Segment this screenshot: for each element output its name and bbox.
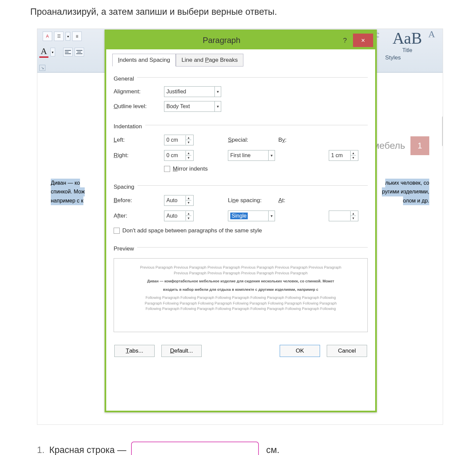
after-label: After: [114,213,164,219]
preview-line: Following Paragraph Following Paragraph … [122,306,359,312]
at-label: At: [278,197,329,204]
dont-add-space-checkbox[interactable] [114,228,120,234]
line-spacing-combo[interactable]: Single ▾ [228,211,275,221]
page-number-badge: 1 [410,136,429,155]
ok-button[interactable]: OK [280,345,320,357]
at-spin[interactable]: ▲▼ [329,211,358,221]
by-value: 1 cm [331,152,343,158]
mirror-indents-checkbox[interactable] [164,166,170,172]
after-spin[interactable]: Auto ▲▼ [164,211,194,221]
style-more[interactable]: A [427,29,437,52]
paragraph-dialog-launcher-icon[interactable]: ↘ [39,65,45,71]
line-spacing-value: Single [230,213,248,219]
preview-sample-line: входить в набор мебели для отдыха в комп… [122,287,359,292]
doc-text-fragment: ругими изделиями, [382,187,429,196]
outline-level-combo[interactable]: Body Text ▾ [164,101,221,112]
indent-right-spin[interactable]: 0 cm ▲▼ [164,150,194,161]
spinner-buttons[interactable]: ▲▼ [350,211,356,221]
chevron-down-icon: ▾ [214,87,219,97]
dialog-title: Paragraph [106,36,337,45]
tab-line-page-breaks[interactable]: Line and Page Breaks [176,54,243,66]
spinner-buttons[interactable]: ▲▼ [186,135,191,145]
before-value: Auto [166,197,177,203]
chevron-down-icon: ▾ [268,150,273,161]
before-spin[interactable]: Auto ▲▼ [164,195,194,206]
doc-text-fragment: льких человек, со [385,179,429,187]
preview-line: Previous Paragraph Previous Paragraph Pr… [122,265,359,270]
alignment-label: Alignment: [114,88,164,95]
preview-group-label: Preview [114,245,134,252]
answer-input-1[interactable] [131,442,259,455]
doc-text-fragment: олом и др. [403,196,429,205]
question-text: Красная строка — [49,445,126,455]
general-group-label: General [114,76,134,82]
preview-line: Paragraph Following Paragraph Following … [122,301,359,306]
default-button[interactable]: Default... [161,345,202,357]
before-label: Before: [114,197,164,204]
preview-line: Previous Paragraph Previous Paragraph Pr… [122,270,359,276]
spinner-buttons[interactable]: ▲▼ [186,211,191,221]
paragraph-dialog: Paragraph ? × Indents and Spacing Line a… [105,30,377,412]
font-color-icon[interactable]: A [43,32,52,41]
spinner-buttons[interactable]: ▲▼ [186,151,191,160]
mirror-indents-label: Mirror indents [173,166,208,172]
line-spacing-label: Line spacing: [228,197,278,204]
alignment-combo[interactable]: Justified ▾ [164,86,221,97]
special-combo[interactable]: First line ▾ [228,150,275,161]
task-prompt: Проанализируй, а затем запиши и выбери в… [30,0,446,29]
indentation-group-label: Indentation [114,123,142,130]
style-preview-glyph: A [427,29,437,40]
preview-sample-line: Диван — комфортабельное мебельное издели… [122,278,359,284]
indent-right-label: Right: [114,152,164,159]
outline-level-label: Outline level: [114,103,164,110]
question-1: 1. Красная строка — см. [37,442,446,455]
spinner-buttons[interactable]: ▲▼ [350,151,356,160]
special-label: Special: [228,137,278,143]
answer-suffix: см. [266,445,280,455]
indent-left-spin[interactable]: 0 cm ▲▼ [164,135,194,145]
ribbon-paragraph-group: A ▾ [39,46,84,58]
bullets-icon[interactable]: ☰ [54,32,64,41]
alignment-value: Justified [166,89,186,95]
scrollbar[interactable] [442,116,443,146]
tab-content: General Alignment: Justified ▾ Outline l… [112,66,369,332]
indent-left-value: 0 cm [166,137,178,143]
word-document-background: A ☰ ▾ ≣ A ▾ ↘ BbCc d [37,29,443,424]
style-title[interactable]: АаB Title [388,29,427,52]
indent-right-value: 0 cm [166,152,178,158]
align-left-icon[interactable] [63,48,73,56]
chevron-down-icon: ▾ [268,211,273,221]
by-label: By: [278,137,329,143]
questions-block: 1. Красная строка — см. 2. Междустрочный… [37,425,446,455]
tab-indents-spacing[interactable]: Indents and Spacing [112,54,176,66]
after-value: Auto [166,213,177,219]
bullets-dropdown-icon[interactable]: ▾ [66,32,70,41]
spacing-group-label: Spacing [114,184,134,190]
cancel-button[interactable]: Cancel [327,345,367,357]
ribbon-font-group: A ☰ ▾ ≣ [43,32,82,41]
dialog-titlebar[interactable]: Paragraph ? × [106,31,375,49]
doc-text-fragment: спинкой. Мож [51,187,85,196]
special-value: First line [230,152,250,158]
doc-text-fragment: Диван — ко [51,179,80,187]
font-color-large-icon[interactable]: A [39,46,48,58]
dont-add-space-label: Don't add space between paragraphs of th… [122,227,262,234]
numbering-icon[interactable]: ≣ [72,32,82,41]
paragraph-dialog-screenshot: A ☰ ▾ ≣ A ▾ ↘ BbCc d [37,29,443,425]
preview-box: Previous Paragraph Previous Paragraph Pr… [114,258,368,332]
question-number: 1. [37,445,45,455]
align-center-icon[interactable] [75,48,84,56]
help-button[interactable]: ? [337,31,353,49]
preview-line: Following Paragraph Following Paragraph … [122,295,359,301]
style-preview-glyph: АаB [388,29,427,47]
tabs-button[interactable]: Tabs... [114,345,155,357]
by-spin[interactable]: 1 cm ▲▼ [329,150,358,161]
outline-level-value: Body Text [166,103,190,109]
spinner-buttons[interactable]: ▲▼ [186,196,191,205]
close-button[interactable]: × [353,34,373,47]
doc-text-fragment: например с к [51,196,83,205]
dialog-button-row: Tabs... Default... OK Cancel [106,337,375,364]
font-color-dropdown-icon[interactable]: ▾ [50,48,55,56]
indent-left-label: Left: [114,137,164,143]
dialog-body: Indents and Spacing Line and Page Breaks… [106,49,375,337]
